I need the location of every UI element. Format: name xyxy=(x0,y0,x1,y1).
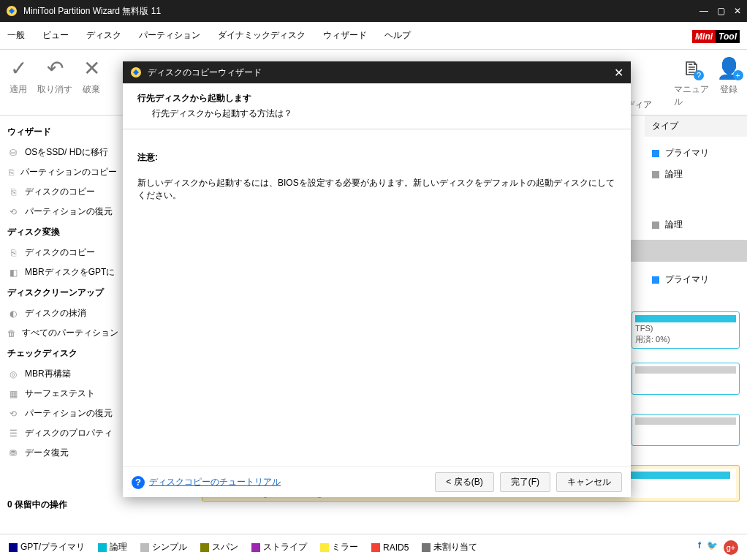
window-title: MiniTool Partition Wizard 無料版 11 xyxy=(23,5,699,18)
recovery-icon: ⛃ xyxy=(7,448,19,458)
apply-button[interactable]: ✓ 適用 xyxy=(0,58,37,96)
sidebar-section-wizard: ウィザード xyxy=(0,121,124,143)
app-logo-icon xyxy=(6,5,18,17)
minimize-button[interactable]: — xyxy=(699,6,708,16)
dialog-body: 注意: 新しいディスクから起動するには、BIOSを設定する必要があります。新しい… xyxy=(123,129,631,466)
cancel-button[interactable]: キャンセル xyxy=(556,472,622,492)
sidebar-item-recover-partition-2[interactable]: ⟲パーティションの復元 xyxy=(0,404,124,423)
partition-strip-2[interactable] xyxy=(632,363,740,395)
dialog-close-button[interactable]: ✕ xyxy=(614,66,623,80)
sidebar-section-cleanup: ディスククリーンアップ xyxy=(0,282,124,303)
sidebar-item-data-recovery[interactable]: ⛃データ復元 xyxy=(0,443,124,463)
sidebar: ウィザード ⛁OSをSSD/ HDに移行 ⎘パーティションのコピー ⎘ディスクの… xyxy=(0,116,124,525)
discard-button[interactable]: ✕ 破棄 xyxy=(73,58,110,96)
ntfs-label-tail: TFS) xyxy=(635,324,736,333)
partition-type-panel: タイプ プライマリ 論理 論理 プライマリ xyxy=(645,116,747,290)
type-primary-row-2[interactable]: プライマリ xyxy=(645,269,747,290)
type-logical-row-2[interactable]: 論理 xyxy=(645,214,747,235)
convert-icon: ◧ xyxy=(7,268,19,278)
legend-simple: シンプル xyxy=(140,541,187,553)
square-blue-icon xyxy=(652,276,659,284)
legend-raid5: RAID5 xyxy=(371,542,409,553)
menu-disk[interactable]: ディスク xyxy=(86,29,121,42)
grid-icon: ▦ xyxy=(7,389,19,399)
eraser-icon: ◐ xyxy=(7,309,19,319)
menu-dynamic-disk[interactable]: ダイナミックディスク xyxy=(218,29,306,42)
target-icon: ◎ xyxy=(7,369,19,379)
help-icon: ? xyxy=(132,476,145,489)
partition-strip-3[interactable] xyxy=(632,414,740,446)
copy-icon: ⎘ xyxy=(7,187,19,197)
dialog-subheading: 行先ディスクから起動する方法は？ xyxy=(152,107,616,120)
square-grey-icon xyxy=(652,222,659,229)
sidebar-item-disk-properties[interactable]: ☰ディスクのプロパティ xyxy=(0,423,124,443)
google-plus-icon[interactable]: g+ xyxy=(724,540,738,555)
tutorial-link-wrap: ? ディスクコピーのチュートリアル xyxy=(132,476,281,489)
type-logical-row[interactable]: 論理 xyxy=(645,164,747,185)
back-button[interactable]: < 戻る(B) xyxy=(435,472,493,492)
legend-span: スパン xyxy=(200,541,238,553)
sidebar-item-all-partitions[interactable]: 🗑すべてのパーティション xyxy=(0,323,124,343)
tutorial-link[interactable]: ディスクコピーのチュートリアル xyxy=(149,476,281,488)
user-icon: 👤 xyxy=(716,58,742,79)
close-button[interactable]: ✕ xyxy=(734,6,741,16)
sidebar-item-copy-disk[interactable]: ⎘ディスクのコピー xyxy=(0,182,124,202)
legend-unallocated: 未割り当て xyxy=(422,541,477,553)
menu-help[interactable]: ヘルプ xyxy=(384,29,411,42)
x-icon: ✕ xyxy=(83,58,100,79)
copy-icon: ⎘ xyxy=(7,248,19,258)
undo-icon: ↶ xyxy=(47,58,64,79)
menu-wizard[interactable]: ウィザード xyxy=(323,29,367,42)
dialog-header: 行先ディスクから起動します 行先ディスクから起動する方法は？ xyxy=(123,83,631,129)
sidebar-item-rebuild-mbr[interactable]: ◎MBR再構築 xyxy=(0,364,124,384)
legend-gpt: GPT/プライマリ xyxy=(9,541,85,553)
pending-ops-header: 0 保留中の操作 xyxy=(7,499,117,511)
window-titlebar: MiniTool Partition Wizard 無料版 11 — ▢ ✕ xyxy=(0,0,747,22)
legend-mirror: ミラー xyxy=(320,541,358,553)
dialog-logo-icon xyxy=(130,67,142,78)
menu-general[interactable]: 一般 xyxy=(7,29,25,42)
restore-icon: ⟲ xyxy=(7,409,19,419)
copy-icon: ⎘ xyxy=(7,167,15,178)
undo-button[interactable]: ↶ 取り消す xyxy=(37,58,73,96)
type-header: タイプ xyxy=(645,116,747,137)
note-label: 注意: xyxy=(137,151,616,164)
ntfs-detail-tail: 用済: 0%) xyxy=(635,334,736,345)
properties-icon: ☰ xyxy=(7,428,19,439)
dialog-heading: 行先ディスクから起動します xyxy=(137,92,616,105)
type-primary-row[interactable]: プライマリ xyxy=(645,143,747,164)
sidebar-item-recover-partition[interactable]: ⟲パーティションの復元 xyxy=(0,202,124,222)
twitter-icon[interactable]: 🐦 xyxy=(707,540,718,555)
menu-bar: 一般 ビュー ディスク パーティション ダイナミックディスク ウィザード ヘルプ… xyxy=(0,22,747,50)
finish-button[interactable]: 完了(F) xyxy=(500,472,550,492)
note-text: 新しいディスクから起動するには、BIOSを設定する必要があります。新しいディスク… xyxy=(137,177,616,202)
document-icon: 🗎 xyxy=(682,58,702,79)
sidebar-section-check: チェックディスク xyxy=(0,343,124,364)
legend-logical: 論理 xyxy=(98,541,127,553)
register-button[interactable]: 👤 登録 xyxy=(710,58,747,96)
trash-icon: 🗑 xyxy=(7,328,16,338)
sidebar-item-surface-test[interactable]: ▦サーフェステスト xyxy=(0,384,124,404)
dialog-title: ディスクのコピーウィザード xyxy=(148,67,614,79)
partition-strip-1[interactable]: TFS) 用済: 0%) xyxy=(632,311,740,349)
dialog-titlebar: ディスクのコピーウィザード ✕ xyxy=(123,61,631,83)
brand-logo: MiniTool xyxy=(692,28,740,43)
check-icon: ✓ xyxy=(10,58,27,79)
maximize-button[interactable]: ▢ xyxy=(717,6,725,16)
menu-view[interactable]: ビュー xyxy=(42,29,69,42)
dialog-footer: ? ディスクコピーのチュートリアル < 戻る(B) 完了(F) キャンセル xyxy=(123,466,631,497)
sidebar-item-copy-partition[interactable]: ⎘パーティションのコピー xyxy=(0,162,124,182)
sidebar-item-migrate-os[interactable]: ⛁OSをSSD/ HDに移行 xyxy=(0,143,124,162)
legend-stripe: ストライプ xyxy=(251,541,307,553)
sidebar-item-copy-disk-2[interactable]: ⎘ディスクのコピー xyxy=(0,243,124,262)
restore-icon: ⟲ xyxy=(7,207,19,217)
square-blue-icon xyxy=(652,150,659,157)
manual-button[interactable]: 🗎 マニュアル xyxy=(674,58,710,108)
sidebar-section-convert: ディスク変換 xyxy=(0,222,124,243)
legend-bar: GPT/プライマリ 論理 シンプル スパン ストライプ ミラー RAID5 未割… xyxy=(0,534,747,560)
sidebar-item-mbr-to-gpt[interactable]: ◧MBRディスクをGPTに xyxy=(0,262,124,282)
square-grey-icon xyxy=(652,171,659,178)
sidebar-item-wipe-disk[interactable]: ◐ディスクの抹消 xyxy=(0,303,124,323)
menu-partition[interactable]: パーティション xyxy=(139,29,200,42)
facebook-icon[interactable]: f xyxy=(698,540,701,555)
